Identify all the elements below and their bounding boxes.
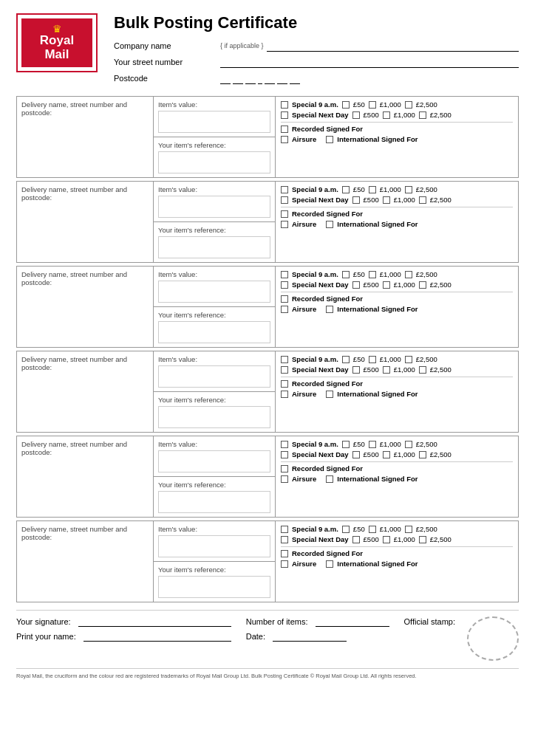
cb-1000-3[interactable]: [369, 356, 376, 363]
cb-special9-1[interactable]: [281, 186, 288, 193]
cb-recorded-2[interactable]: [281, 295, 288, 303]
cb-special9-2[interactable]: [281, 271, 288, 278]
value-input-4[interactable]: [158, 450, 270, 472]
opt-row4-1: Airsure International Signed For: [281, 220, 513, 228]
value-label-5: Item's value:: [158, 525, 270, 533]
date-input[interactable]: [273, 631, 347, 642]
postcode-box-2[interactable]: [233, 72, 243, 84]
cb-2500a-1[interactable]: [405, 186, 412, 193]
ref-input-5[interactable]: [158, 576, 270, 598]
cb-intl-5[interactable]: [326, 560, 333, 568]
cb-1000b-4[interactable]: [383, 451, 390, 458]
cb-50-2[interactable]: [342, 271, 350, 278]
value-input-3[interactable]: [158, 365, 270, 388]
value-input-2[interactable]: [158, 281, 270, 303]
cb-1000b-1[interactable]: [383, 196, 390, 204]
cb-50-0[interactable]: [342, 101, 350, 109]
cb-1000-2[interactable]: [369, 271, 376, 278]
cb-2500b-5[interactable]: [419, 536, 426, 543]
cb-1000b-3[interactable]: [383, 366, 390, 374]
items-input[interactable]: [316, 616, 389, 627]
opt-row4-3: Airsure International Signed For: [281, 390, 513, 398]
cb-nextday-5[interactable]: [281, 536, 288, 543]
cb-2500b-2[interactable]: [419, 281, 426, 289]
cb-recorded-1[interactable]: [281, 210, 288, 218]
cb-airsure-3[interactable]: [281, 391, 288, 398]
crown-icon: ♛: [52, 24, 62, 34]
cb-intl-4[interactable]: [326, 475, 333, 483]
cb-500-2[interactable]: [352, 281, 360, 289]
value-input-1[interactable]: [158, 196, 270, 218]
ref-input-4[interactable]: [158, 491, 270, 513]
cb-nextday-0[interactable]: [281, 111, 288, 119]
cb-1000-0[interactable]: [369, 101, 376, 109]
print-input[interactable]: [84, 631, 231, 642]
cb-recorded-4[interactable]: [281, 465, 288, 472]
postcode-box-4[interactable]: [265, 72, 275, 84]
cb-airsure-1[interactable]: [281, 221, 288, 228]
cb-airsure-4[interactable]: [281, 475, 288, 483]
cb-50-4[interactable]: [342, 441, 350, 448]
postcode-box-1[interactable]: [220, 72, 231, 84]
cb-1000-4[interactable]: [369, 441, 376, 448]
cb-1000-1[interactable]: [369, 186, 376, 193]
postcode-box-5[interactable]: [277, 72, 287, 84]
cb-special9-4[interactable]: [281, 441, 288, 448]
options-col-3: Special 9 a.m. £50 £1,000 £2,500 Special…: [276, 351, 518, 432]
postcode-label: Postcode: [114, 74, 217, 83]
value-input-0[interactable]: [158, 111, 270, 133]
cb-intl-2[interactable]: [326, 306, 333, 313]
cb-2500a-2[interactable]: [405, 271, 412, 278]
cb-50-5[interactable]: [342, 526, 350, 533]
postcode-box-6[interactable]: [290, 72, 300, 84]
sig-input[interactable]: [78, 616, 231, 627]
cb-special9-0[interactable]: [281, 101, 288, 109]
cb-500-5[interactable]: [352, 536, 360, 543]
cb-nextday-4[interactable]: [281, 451, 288, 458]
street-input[interactable]: [220, 56, 519, 68]
ref-input-1[interactable]: [158, 236, 270, 258]
cb-500-4[interactable]: [352, 451, 360, 458]
cb-intl-1[interactable]: [326, 221, 333, 228]
cb-2500a-4[interactable]: [405, 441, 412, 448]
cb-2500b-1[interactable]: [419, 196, 426, 204]
cb-recorded-3[interactable]: [281, 380, 288, 388]
cb-50-3[interactable]: [342, 356, 350, 363]
opt-row2-5: Special Next Day £500 £1,000 £2,500: [281, 535, 513, 543]
company-input[interactable]: [267, 40, 519, 52]
cb-nextday-3[interactable]: [281, 366, 288, 374]
cb-1000-5[interactable]: [369, 526, 376, 533]
ref-input-3[interactable]: [158, 406, 270, 428]
cb-2500b-3[interactable]: [419, 366, 426, 374]
cb-special9-5[interactable]: [281, 526, 288, 533]
cb-airsure-0[interactable]: [281, 136, 288, 143]
cb-500-3[interactable]: [352, 366, 360, 374]
cb-nextday-2[interactable]: [281, 281, 288, 289]
cb-500-0[interactable]: [352, 111, 360, 119]
cb-1000b-0[interactable]: [383, 111, 390, 119]
cb-2500a-3[interactable]: [405, 356, 412, 363]
cb-50-1[interactable]: [342, 186, 350, 193]
cb-intl-0[interactable]: [326, 136, 333, 143]
cb-2500b-4[interactable]: [419, 451, 426, 458]
cb-recorded-0[interactable]: [281, 126, 288, 133]
delivery-col-3: Delivery name, street number and postcod…: [17, 351, 154, 432]
cb-nextday-1[interactable]: [281, 196, 288, 204]
cb-recorded-5[interactable]: [281, 550, 288, 557]
signature-area: Your signature: Number of items: Officia…: [16, 610, 519, 661]
cb-airsure-5[interactable]: [281, 560, 288, 568]
cb-airsure-2[interactable]: [281, 306, 288, 313]
value-input-5[interactable]: [158, 535, 270, 557]
ref-input-0[interactable]: [158, 151, 270, 173]
cb-1000b-2[interactable]: [383, 281, 390, 289]
cb-intl-3[interactable]: [326, 391, 333, 398]
cb-2500a-0[interactable]: [405, 101, 412, 109]
item-col-3: Item's value: Your item's reference:: [154, 351, 276, 432]
ref-input-2[interactable]: [158, 321, 270, 343]
cb-1000b-5[interactable]: [383, 536, 390, 543]
cb-special9-3[interactable]: [281, 356, 288, 363]
cb-2500a-5[interactable]: [405, 526, 412, 533]
cb-500-1[interactable]: [352, 196, 360, 204]
cb-2500b-0[interactable]: [419, 111, 426, 119]
postcode-box-3[interactable]: [245, 72, 256, 84]
